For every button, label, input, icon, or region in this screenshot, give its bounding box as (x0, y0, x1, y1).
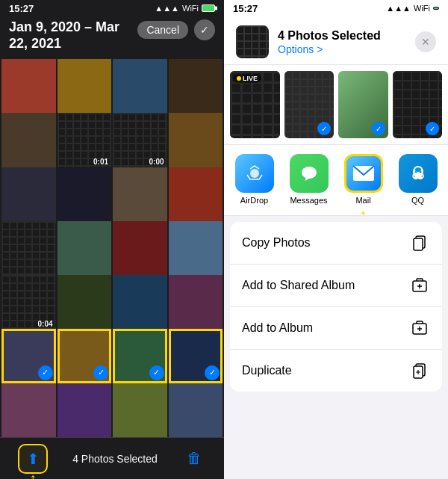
photo-cell[interactable] (57, 383, 112, 437)
photo-cell[interactable] (113, 167, 167, 222)
right-panel: 15:27 ▲▲▲ WiFi 4 Photos Selected Options… (224, 0, 448, 479)
photo-cell[interactable] (169, 221, 223, 276)
close-button[interactable]: ✕ (415, 31, 436, 52)
live-badge: LIVE (233, 74, 261, 83)
duration-badge: 0:01 (93, 158, 108, 166)
check-circle: ✓ (93, 365, 108, 380)
photo-cell[interactable] (57, 221, 112, 276)
photo-cell[interactable] (169, 383, 223, 437)
add-shared-album-icon (409, 275, 430, 296)
photo-cell[interactable] (169, 167, 223, 222)
apps-row-container: AirDrop Messages ↑ (224, 145, 448, 216)
copy-photos-label: Copy Photos (242, 236, 311, 250)
checkmark-button[interactable]: ✓ (194, 19, 215, 40)
photo-cell[interactable]: ✓ (169, 329, 223, 383)
photo-cell[interactable] (57, 275, 112, 330)
trash-icon: 🗑 (187, 450, 202, 467)
svg-point-6 (414, 171, 417, 173)
copy-photos-action[interactable]: Copy Photos (230, 222, 442, 265)
add-album-label: Add to Album (242, 321, 313, 335)
duration-badge: 0:00 (149, 158, 164, 166)
mail-label: Mail (355, 196, 370, 205)
wifi-icon-right: WiFi (414, 4, 430, 13)
messages-icon (290, 154, 329, 193)
date-range: Jan 9, 2020 – Mar 22, 2021 (9, 19, 119, 52)
status-bar-left: 15:27 ▲▲▲ WiFi (0, 0, 224, 16)
status-bar-right: 15:27 ▲▲▲ WiFi (224, 0, 448, 16)
duplicate-icon (409, 360, 430, 381)
header-left: Jan 9, 2020 – Mar 22, 2021 Cancel ✓ (0, 16, 224, 58)
share-button[interactable]: ⬆ (18, 444, 48, 474)
strip-photo-1: LIVE (230, 71, 280, 138)
qq-app[interactable]: QQ (399, 154, 438, 205)
share-sheet-title: 4 Photos Selected (278, 29, 406, 43)
add-shared-album-action[interactable]: Add to Shared Album (230, 265, 442, 307)
cancel-button[interactable]: Cancel (137, 21, 188, 39)
strip-photo-4: ✓ (393, 71, 443, 138)
photo-cell[interactable] (57, 167, 112, 222)
photo-cell[interactable] (169, 113, 223, 167)
airdrop-icon (235, 154, 274, 193)
photo-cell[interactable]: ✓ (1, 329, 56, 383)
trash-button[interactable]: 🗑 (182, 447, 206, 471)
duplicate-label: Duplicate (242, 364, 292, 377)
share-sheet-title-area: 4 Photos Selected Options > (278, 29, 406, 55)
apps-row: AirDrop Messages ↑ (224, 145, 448, 215)
share-icon: ⬆ (27, 450, 40, 468)
photo-cell[interactable]: 0:00 (113, 113, 167, 167)
check-circle: ✓ (205, 365, 220, 380)
check-circle: ✓ (38, 365, 53, 380)
strip-check-1: ✓ (317, 122, 331, 135)
signal-icon-right: ▲▲▲ (386, 4, 411, 13)
photo-cell[interactable] (57, 59, 112, 114)
photos-selected-text: 4 Photos Selected (72, 453, 158, 465)
photo-cell[interactable] (169, 59, 223, 114)
qq-icon (399, 154, 438, 193)
mail-icon (344, 154, 383, 193)
photo-grid: 0:010:000:04✓✓✓✓ (0, 58, 224, 437)
photo-cell[interactable] (113, 59, 167, 114)
check-circle: ✓ (149, 365, 164, 380)
photo-cell[interactable] (1, 221, 56, 276)
svg-point-7 (419, 171, 421, 173)
duplicate-action[interactable]: Duplicate (230, 350, 442, 392)
photo-cell[interactable] (113, 221, 167, 276)
status-icons-left: ▲▲▲ WiFi (155, 1, 215, 15)
share-sheet-header: 4 Photos Selected Options > ✕ (224, 16, 448, 65)
photo-strip: LIVE ✓ ✓ ✓ (224, 65, 448, 145)
add-album-icon (409, 318, 430, 339)
live-dot (237, 76, 241, 81)
photo-cell[interactable]: 0:04 (1, 275, 56, 330)
strip-check-3: ✓ (426, 122, 439, 135)
photo-cell[interactable]: ✓ (113, 329, 167, 383)
wifi-icon: WiFi (182, 4, 199, 13)
svg-point-9 (418, 176, 423, 179)
photo-cell[interactable] (169, 275, 223, 330)
photo-cell[interactable] (1, 113, 56, 167)
airdrop-label: AirDrop (240, 196, 268, 205)
add-album-action[interactable]: Add to Album (230, 307, 442, 350)
battery-icon (202, 1, 215, 15)
photo-cell[interactable]: 0:01 (57, 113, 112, 167)
photo-cell[interactable] (1, 59, 56, 114)
share-sheet-thumbnail (236, 25, 269, 58)
arrow-annotation-left: ↑ (29, 470, 37, 480)
photo-cell[interactable] (1, 383, 56, 437)
action-list: Copy Photos Add to Shared Album Add to (230, 222, 442, 392)
photo-cell[interactable] (113, 383, 167, 437)
left-panel: 15:27 ▲▲▲ WiFi Jan 9, 2020 – Mar 22, 202… (0, 0, 224, 479)
svg-point-0 (250, 169, 259, 178)
svg-marker-2 (305, 178, 311, 181)
photo-cell[interactable] (1, 167, 56, 222)
header-right-buttons[interactable]: Cancel ✓ (137, 19, 215, 40)
airdrop-app[interactable]: AirDrop (235, 154, 274, 205)
mail-app[interactable]: ↑ Mail (344, 154, 383, 205)
messages-app[interactable]: Messages (290, 154, 329, 205)
svg-rect-11 (414, 238, 423, 250)
options-link[interactable]: Options > (278, 43, 406, 55)
qq-label: QQ (411, 196, 424, 205)
photo-cell[interactable] (113, 275, 167, 330)
photo-cell[interactable]: ✓ (57, 329, 112, 383)
time-left: 15:27 (9, 3, 34, 14)
add-shared-album-label: Add to Shared Album (242, 279, 355, 292)
